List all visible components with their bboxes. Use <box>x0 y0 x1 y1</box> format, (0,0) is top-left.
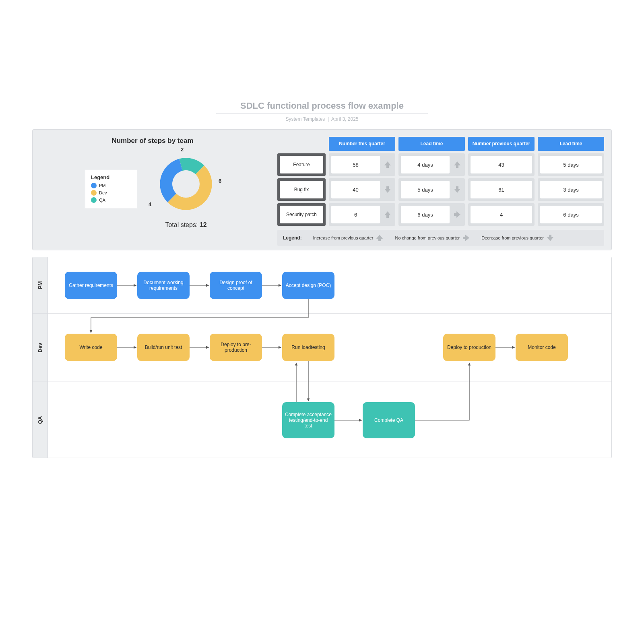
page-title: SDLC functional process flow example <box>216 101 428 114</box>
node-dev-3: Deploy to pre-production <box>210 334 262 361</box>
total-value: 12 <box>200 221 207 228</box>
metrics-cell: 4 <box>468 203 535 226</box>
metrics-rowlabel: Bug fix <box>277 178 326 201</box>
metrics-cell: 43 <box>468 153 535 176</box>
legend-item-qa: QA <box>91 197 131 203</box>
swatch-dev <box>91 190 97 196</box>
metrics-cell: 5 days <box>398 178 465 201</box>
legend-label: PM <box>99 183 106 188</box>
trend-down-icon <box>452 186 462 194</box>
metrics-cell: 61 <box>468 178 535 201</box>
donut-section: Number of steps by team Legend PM Dev QA <box>40 137 265 246</box>
trend-down-icon <box>382 186 393 194</box>
dashboard-panel: Number of steps by team Legend PM Dev QA <box>32 129 612 250</box>
lane-label-qa: QA <box>33 382 48 458</box>
date-label: April 3, 2025 <box>331 116 358 122</box>
metrics-cell: 6 days <box>398 203 465 226</box>
metrics-cell: 4 days <box>398 153 465 176</box>
metrics-cell: 6 days <box>538 203 604 226</box>
title-block: SDLC functional process flow example Sys… <box>32 101 612 122</box>
total-label: Total steps: <box>165 221 198 228</box>
trend-up-icon <box>382 161 393 169</box>
metrics-header: Number this quarter <box>329 137 395 151</box>
node-qa-1: Complete acceptance testing/end-to-end t… <box>282 402 334 438</box>
trend-up-icon <box>452 161 462 169</box>
legend-item-dev: Dev <box>91 190 131 196</box>
node-dev-5: Deploy to production <box>443 334 495 361</box>
node-pm-1: Gather requirements <box>65 272 117 299</box>
node-pm-3: Design proof of concept <box>210 272 262 299</box>
metrics-cell: 40 <box>329 178 395 201</box>
node-pm-4: Accept design (POC) <box>282 272 334 299</box>
donut-legend: Legend PM Dev QA <box>85 170 137 209</box>
node-dev-2: Build/run unit test <box>137 334 190 361</box>
metrics-rowlabel: Feature <box>277 153 326 176</box>
node-dev-4: Run loadtesting <box>282 334 334 361</box>
swatch-qa <box>91 197 97 203</box>
metrics-header: Number previous quarter <box>468 137 535 151</box>
metrics-legend-title: Legend: <box>283 235 302 241</box>
lane-label-pm: PM <box>33 257 48 313</box>
node-dev-6: Monitor code <box>516 334 568 361</box>
node-pm-2: Document working requirements <box>137 272 190 299</box>
metrics-legend-item: Decrease from previous quarter <box>481 234 554 242</box>
metrics-header: Lead time <box>398 137 465 151</box>
page-subtitle: System Templates | April 3, 2025 <box>32 116 612 122</box>
lane-label-dev: Dev <box>33 314 48 382</box>
donut-value-pm: 4 <box>149 201 151 207</box>
legend-item-pm: PM <box>91 183 131 188</box>
metrics-cell: 58 <box>329 153 395 176</box>
metrics-cell: 3 days <box>538 178 604 201</box>
legend-label: Dev <box>99 190 107 195</box>
legend-title: Legend <box>91 174 131 180</box>
metrics-table: Number this quarterLead timeNumber previ… <box>277 137 604 226</box>
trend-right-icon <box>452 211 462 219</box>
donut-chart: 2 6 4 <box>152 150 220 218</box>
metrics-legend: Legend:Increase from previous quarterNo … <box>277 230 604 246</box>
swimlane-diagram: PM Dev QA Gather requirements Document w… <box>32 257 612 458</box>
metrics-legend-item: No change from previous quarter <box>395 234 470 242</box>
metrics-cell: 5 days <box>538 153 604 176</box>
node-qa-2: Complete QA <box>363 402 415 438</box>
swatch-pm <box>91 183 97 188</box>
node-dev-1: Write code <box>65 334 117 361</box>
legend-label: QA <box>99 198 105 202</box>
metrics-section: Number this quarterLead timeNumber previ… <box>277 137 604 246</box>
source-label: System Templates <box>285 116 325 122</box>
metrics-legend-item: Increase from previous quarter <box>313 234 384 242</box>
donut-total: Total steps: 12 <box>152 221 220 229</box>
metrics-cell: 6 <box>329 203 395 226</box>
metrics-rowlabel: Security patch <box>277 203 326 226</box>
metrics-header: Lead time <box>538 137 604 151</box>
donut-title: Number of steps by team <box>111 137 193 145</box>
trend-up-icon <box>382 211 393 219</box>
donut-value-qa: 2 <box>181 147 184 153</box>
donut-value-dev: 6 <box>219 178 221 184</box>
